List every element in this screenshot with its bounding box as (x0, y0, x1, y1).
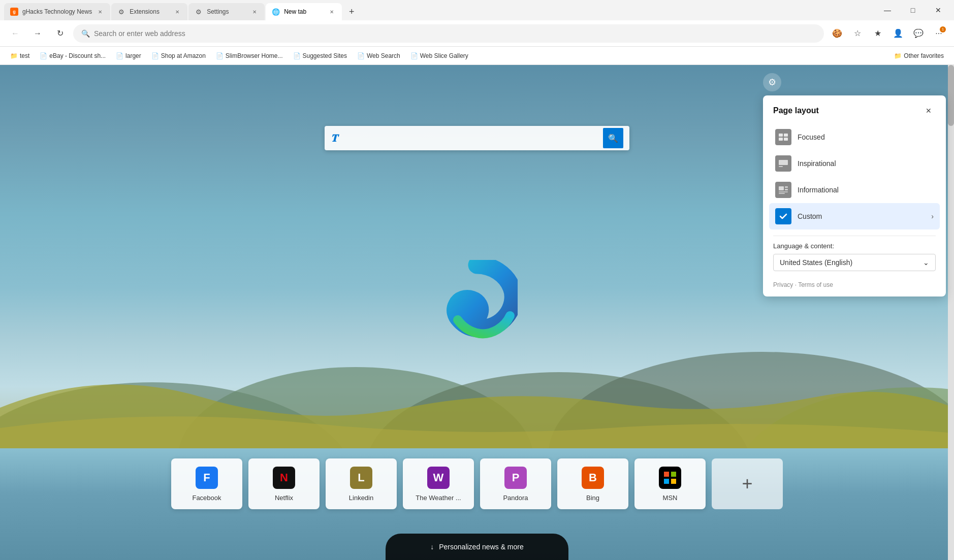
fav-item-larger[interactable]: 📄 larger (112, 50, 145, 61)
quick-link-linkedin[interactable]: L Linkedin (326, 458, 397, 509)
tab-settings[interactable]: ⚙ Settings ✕ (188, 3, 265, 20)
address-input[interactable] (94, 29, 816, 38)
collections-button[interactable]: ★ (869, 24, 887, 43)
add-icon: + (742, 473, 752, 495)
edge-logo-svg (436, 260, 518, 341)
pandora-letter: P (512, 471, 520, 484)
quick-link-facebook[interactable]: F Facebook (171, 458, 242, 509)
more-button[interactable]: ··· (930, 24, 948, 43)
svg-rect-15 (779, 186, 784, 190)
tab-extensions[interactable]: ⚙ Extensions ✕ (111, 3, 187, 20)
quick-link-netflix[interactable]: N Netflix (248, 458, 320, 509)
notification-badge: 1 (940, 26, 946, 32)
cookies-button[interactable]: 🍪 (828, 24, 846, 43)
option-custom[interactable]: Custom › (769, 203, 940, 229)
profile-button[interactable]: 👤 (889, 24, 907, 43)
option-focused[interactable]: Focused (769, 124, 940, 150)
back-button[interactable]: ← (6, 24, 24, 43)
quick-link-weather[interactable]: W The Weather ... (403, 458, 474, 509)
fav-page-icon-2: 📄 (116, 52, 123, 59)
fav-page-icon-3: 📄 (151, 52, 159, 59)
close-button[interactable]: ✕ (927, 2, 950, 18)
quick-link-bing[interactable]: B Bing (557, 458, 628, 509)
footer-separator: · (793, 281, 798, 288)
informational-label: Informational (798, 186, 934, 194)
tab-newtab-close[interactable]: ✕ (328, 8, 336, 16)
fav-item-amazon[interactable]: 📄 Shop at Amazon (147, 50, 210, 61)
netflix-label: Netflix (275, 494, 293, 502)
svg-rect-19 (779, 193, 785, 194)
news-bar[interactable]: ↓ Personalized news & more (386, 534, 568, 560)
title-bar: g gHacks Technology News ✕ ⚙ Extensions … (0, 0, 954, 20)
privacy-link[interactable]: Privacy (773, 281, 793, 288)
fav-item-suggested[interactable]: 📄 Suggested Sites (289, 50, 351, 61)
quick-link-pandora[interactable]: P Pandora (480, 458, 551, 509)
custom-chevron-icon: › (931, 212, 934, 220)
terms-link[interactable]: Terms of use (798, 281, 833, 288)
tab-extensions-icon: ⚙ (117, 8, 125, 16)
tab-newtab[interactable]: 🌐 New tab ✕ (266, 3, 342, 20)
option-informational[interactable]: Informational (769, 177, 940, 203)
edge-logo (436, 260, 518, 341)
tab-ghacks[interactable]: g gHacks Technology News ✕ (4, 3, 110, 20)
tab-extensions-close[interactable]: ✕ (173, 8, 181, 16)
address-bar[interactable]: 🔍 (73, 24, 824, 43)
fav-item-webslice[interactable]: 📄 Web Slice Gallery (406, 50, 472, 61)
scrollbar-thumb[interactable] (948, 65, 954, 126)
fav-item-slimbrowser[interactable]: 📄 SlimBrowser Home... (212, 50, 287, 61)
maximize-button[interactable]: □ (901, 2, 925, 18)
new-tab-button[interactable]: + (343, 3, 360, 20)
panel-close-button[interactable]: ✕ (921, 104, 936, 118)
bing-letter: B (589, 471, 597, 484)
pandora-label: Pandora (503, 494, 528, 502)
panel-footer: Privacy · Terms of use (763, 277, 946, 297)
search-icon-glyph: 🔍 (608, 134, 618, 143)
fav-ebay-label: eBay - Discount sh... (49, 52, 106, 59)
fav-amazon-label: Shop at Amazon (161, 52, 206, 59)
toolbar-icons: 🍪 ☆ ★ 👤 💬 ··· 1 (828, 24, 948, 43)
tab-ghacks-close[interactable]: ✕ (96, 8, 104, 16)
tab-settings-close[interactable]: ✕ (250, 8, 259, 16)
bing-label: Bing (586, 494, 599, 502)
linkedin-letter: L (358, 471, 364, 484)
option-inspirational[interactable]: Inspirational (769, 150, 940, 177)
panel-options: Focused Inspirational (763, 122, 946, 232)
quick-link-msn[interactable]: MSN (634, 458, 706, 509)
netflix-letter: N (280, 471, 288, 484)
minimize-button[interactable]: — (876, 2, 899, 18)
scrollbar[interactable] (948, 65, 954, 560)
page-layout-panel: Page layout ✕ Focused (763, 95, 946, 297)
favorites-bar: 📁 test 📄 eBay - Discount sh... 📄 larger … (0, 47, 954, 65)
refresh-button[interactable]: ↻ (51, 24, 69, 43)
bing-icon-ql: B (582, 467, 604, 489)
fav-item-websearch[interactable]: 📄 Web Search (353, 50, 404, 61)
page-search-bar[interactable]: 𝐓 🔍 (325, 126, 629, 150)
svg-rect-6 (671, 472, 676, 477)
page-search-input[interactable] (341, 134, 599, 143)
focused-icon (775, 129, 791, 145)
quick-link-add[interactable]: + (712, 458, 783, 509)
fav-other-favorites[interactable]: 📁 Other favorites (890, 50, 948, 61)
more-button-container: ··· 1 (930, 24, 948, 43)
msn-label: MSN (663, 494, 678, 502)
tab-extensions-label: Extensions (130, 8, 169, 15)
tab-newtab-icon: 🌐 (272, 8, 280, 16)
netflix-icon: N (273, 467, 295, 489)
window-controls: — □ ✕ (876, 2, 950, 18)
settings-gear-button[interactable]: ⚙ (763, 73, 781, 91)
language-dropdown[interactable]: United States (English) ⌄ (773, 254, 936, 271)
fav-item-test[interactable]: 📁 test (6, 50, 34, 61)
informational-icon-svg (778, 186, 788, 194)
custom-label: Custom (798, 212, 925, 220)
informational-icon (775, 182, 791, 198)
search-icon: 🔍 (81, 29, 90, 38)
search-submit-button[interactable]: 🔍 (603, 128, 623, 148)
panel-header: Page layout ✕ (763, 95, 946, 122)
focused-icon-svg (778, 133, 788, 141)
forward-button[interactable]: → (28, 24, 47, 43)
fav-item-ebay[interactable]: 📄 eBay - Discount sh... (36, 50, 110, 61)
facebook-label: Facebook (192, 494, 221, 502)
favorites-button[interactable]: ☆ (848, 24, 867, 43)
weather-icon: W (427, 467, 450, 489)
feedback-button[interactable]: 💬 (909, 24, 928, 43)
